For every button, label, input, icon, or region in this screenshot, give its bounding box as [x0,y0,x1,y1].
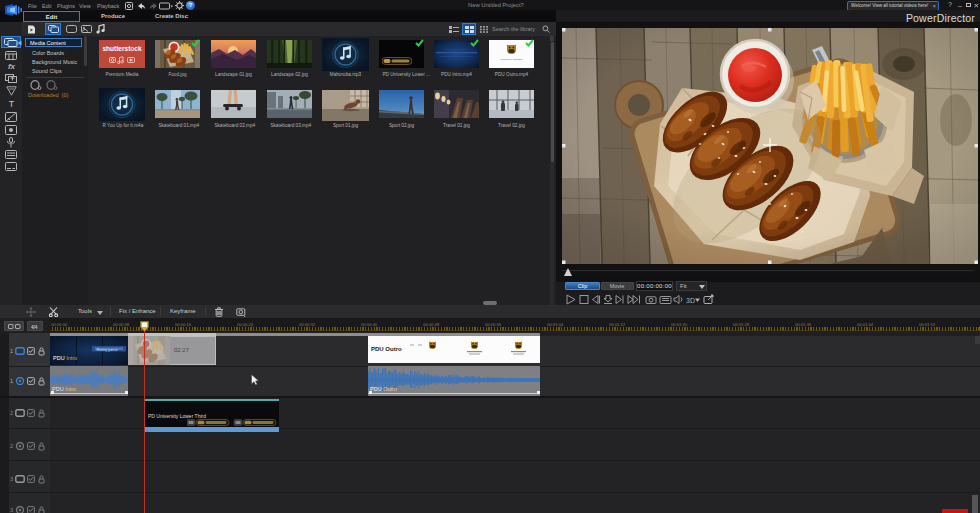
svg-text:Meeting goes w: Meeting goes w [96,348,118,352]
svg-text:3D: 3D [686,297,695,304]
